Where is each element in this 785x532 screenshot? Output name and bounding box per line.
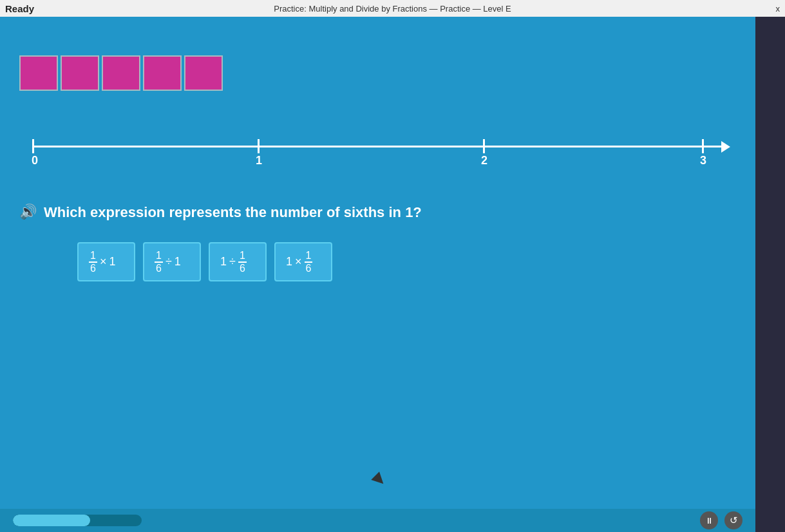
number-line: 0 1 2 3 <box>19 136 734 162</box>
fraction-1-6-c: 1 6 <box>238 250 247 274</box>
number-line-container: 0 1 2 3 <box>19 136 734 162</box>
value-1a: 1 <box>109 255 115 269</box>
cursor <box>371 471 387 488</box>
progress-bar <box>13 515 142 526</box>
fraction-1-6-d: 1 6 <box>305 250 313 274</box>
progress-tile-5 <box>184 55 223 91</box>
bottom-bar: ⏸ ↺ <box>0 509 755 532</box>
number-line-arrow <box>721 141 730 153</box>
fraction-1-6-a: 1 6 <box>89 250 97 274</box>
speaker-icon[interactable]: 🔊 <box>19 204 37 222</box>
nl-tick-0 <box>32 139 34 153</box>
progress-tile-4 <box>143 55 182 91</box>
progress-tile-2 <box>61 55 99 91</box>
nl-label-3: 3 <box>700 154 706 167</box>
operator-times-2: × <box>295 255 302 269</box>
refresh-icon: ↺ <box>730 515 738 526</box>
pause-button[interactable]: ⏸ <box>700 511 718 529</box>
progress-tile-1 <box>19 55 58 91</box>
choice-4-expr: 1 × 1 6 <box>286 250 321 274</box>
question-row: 🔊 Which expression represents the number… <box>19 204 728 222</box>
progress-tile-3 <box>102 55 140 91</box>
nl-tick-2 <box>483 139 485 153</box>
right-panel <box>755 0 785 532</box>
operator-div-1: ÷ <box>166 255 172 269</box>
operator-times-1: × <box>100 255 107 269</box>
choice-3[interactable]: 1 ÷ 1 6 <box>209 242 267 281</box>
nl-label-2: 2 <box>481 154 487 167</box>
number-line-track <box>32 146 728 147</box>
refresh-button[interactable]: ↺ <box>724 511 742 529</box>
question-text: Which expression represents the number o… <box>44 204 422 221</box>
nl-tick-3 <box>702 139 704 153</box>
progress-tiles <box>19 55 223 91</box>
main-content: 0 1 2 3 🔊 Which expression represents th… <box>0 17 755 532</box>
value-1d: 1 <box>286 255 292 269</box>
value-1b: 1 <box>175 255 181 269</box>
choice-3-expr: 1 ÷ 1 6 <box>220 250 255 274</box>
operator-div-2: ÷ <box>229 255 236 269</box>
nl-tick-1 <box>258 139 260 153</box>
choice-2[interactable]: 1 6 ÷ 1 <box>143 242 201 281</box>
page-title: Practice: Multiply and Divide by Fractio… <box>274 4 511 14</box>
choice-1-expr: 1 6 × 1 <box>89 250 124 274</box>
question-area: 🔊 Which expression represents the number… <box>19 204 728 241</box>
nl-label-1: 1 <box>256 154 262 167</box>
choice-1[interactable]: 1 6 × 1 <box>77 242 135 281</box>
choice-4[interactable]: 1 × 1 6 <box>274 242 332 281</box>
answer-choices: 1 6 × 1 1 6 ÷ 1 1 ÷ <box>77 242 332 281</box>
progress-bar-fill <box>13 515 90 526</box>
fraction-1-6-b: 1 6 <box>155 250 163 274</box>
choice-2-expr: 1 6 ÷ 1 <box>155 250 189 274</box>
pause-icon: ⏸ <box>705 516 714 526</box>
app-bar: Ready Practice: Multiply and Divide by F… <box>0 0 785 17</box>
close-button[interactable]: x <box>776 4 780 14</box>
value-1c: 1 <box>220 255 227 269</box>
nl-label-0: 0 <box>32 154 38 167</box>
ready-label: Ready <box>5 3 34 14</box>
